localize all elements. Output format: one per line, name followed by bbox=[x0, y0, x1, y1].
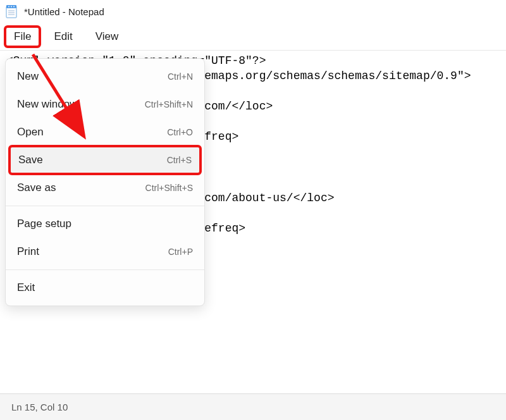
menu-item-label: New bbox=[17, 70, 39, 83]
svg-point-3 bbox=[11, 6, 12, 8]
cursor-position: Ln 15, Col 10 bbox=[11, 402, 68, 412]
file-menu-save-as[interactable]: Save as Ctrl+Shift+S bbox=[6, 174, 204, 202]
svg-point-2 bbox=[8, 6, 9, 8]
menu-separator bbox=[6, 269, 204, 270]
menu-file[interactable]: File bbox=[5, 27, 40, 47]
svg-point-4 bbox=[13, 6, 15, 8]
file-menu-new[interactable]: New Ctrl+N bbox=[6, 63, 204, 90]
menu-item-shortcut: Ctrl+P bbox=[168, 247, 193, 257]
menu-separator bbox=[6, 206, 204, 206]
menu-view[interactable]: View bbox=[87, 27, 128, 47]
file-menu-save[interactable]: Save Ctrl+S bbox=[9, 146, 201, 174]
menu-item-label: Print bbox=[17, 245, 39, 258]
notepad-icon bbox=[5, 4, 18, 19]
menubar: File Edit View bbox=[0, 23, 506, 51]
file-menu-page-setup[interactable]: Page setup bbox=[6, 210, 204, 238]
statusbar: Ln 15, Col 10 bbox=[0, 393, 506, 420]
file-menu-open[interactable]: Open Ctrl+O bbox=[6, 118, 204, 146]
menu-item-label: New window bbox=[17, 98, 77, 111]
menu-item-shortcut: Ctrl+Shift+S bbox=[145, 183, 193, 193]
file-menu-exit[interactable]: Exit bbox=[6, 274, 204, 302]
menu-item-shortcut: Ctrl+Shift+N bbox=[145, 99, 193, 109]
menu-item-shortcut: Ctrl+N bbox=[168, 71, 193, 82]
menu-item-label: Open bbox=[17, 126, 44, 139]
titlebar: *Untitled - Notepad bbox=[0, 0, 506, 23]
menu-item-label: Exit bbox=[17, 281, 35, 294]
menu-item-label: Page setup bbox=[17, 218, 71, 230]
menu-item-label: Save as bbox=[17, 182, 56, 194]
file-menu-new-window[interactable]: New window Ctrl+Shift+N bbox=[6, 90, 204, 118]
file-menu-print[interactable]: Print Ctrl+P bbox=[6, 238, 204, 266]
menu-item-shortcut: Ctrl+O bbox=[167, 127, 193, 137]
window-title: *Untitled - Notepad bbox=[24, 6, 104, 17]
menu-edit[interactable]: Edit bbox=[45, 27, 81, 47]
menu-item-shortcut: Ctrl+S bbox=[167, 155, 192, 165]
menu-item-label: Save bbox=[18, 154, 43, 166]
file-menu-dropdown: New Ctrl+N New window Ctrl+Shift+N Open … bbox=[5, 58, 205, 306]
